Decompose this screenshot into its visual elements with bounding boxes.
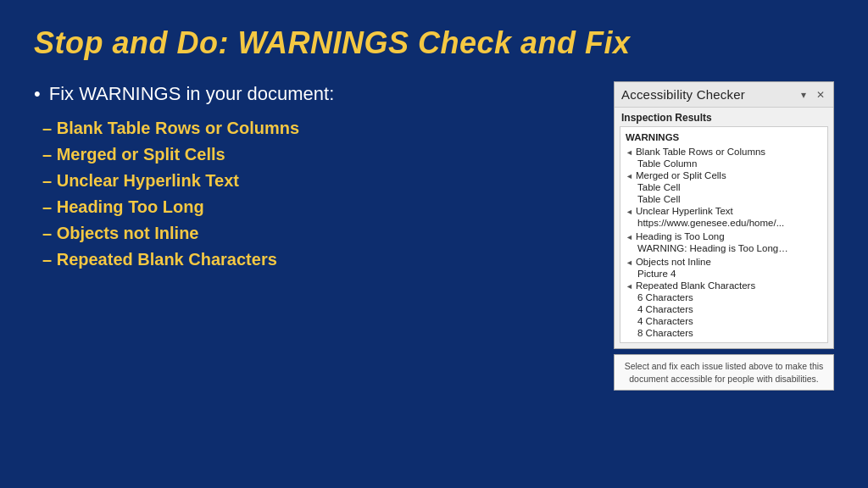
tree-item-heading[interactable]: ◄ Heading is Too Long <box>620 230 827 242</box>
arrow-icon-4: ◄ <box>626 233 633 241</box>
checker-title-bar: Accessibility Checker ▾ ✕ <box>615 82 833 108</box>
checker-inner: WARNINGS ◄ Blank Table Rows or Columns T… <box>620 126 828 343</box>
sub-item-3: Unclear Hyperlink Text <box>42 168 597 194</box>
checker-title-text: Accessibility Checker <box>621 87 745 102</box>
tree-child-chars-2[interactable]: 4 Characters <box>620 303 827 315</box>
tree-item-merged[interactable]: ◄ Merged or Split Cells <box>620 169 827 181</box>
close-button[interactable]: ✕ <box>815 89 826 101</box>
main-bullet-text: Fix WARNINGS in your document: <box>49 81 335 107</box>
sub-item-4: Heading Too Long <box>42 194 597 220</box>
tree-item-objects[interactable]: ◄ Objects not Inline <box>620 256 827 268</box>
tree-child-chars-4[interactable]: 8 Characters <box>620 327 827 339</box>
checker-panel: Accessibility Checker ▾ ✕ Inspection Res… <box>614 81 834 349</box>
slide-title: Stop and Do: WARNINGS Check and Fix <box>34 25 834 61</box>
sub-item-2: Merged or Split Cells <box>42 141 597 168</box>
tree-child-chars-3[interactable]: 4 Characters <box>620 315 827 327</box>
arrow-icon-1: ◄ <box>626 148 633 157</box>
panel-wrapper: Accessibility Checker ▾ ✕ Inspection Res… <box>614 81 834 391</box>
sub-item-6: Repeated Blank Characters <box>42 247 597 273</box>
tree-label-2: Merged or Split Cells <box>636 170 726 180</box>
hyperlink-url: https://www.genesee.edu/home/... <box>637 218 784 228</box>
slide: Stop and Do: WARNINGS Check and Fix • Fi… <box>0 0 868 488</box>
bottom-panel-text: Select and fix each issue listed above t… <box>625 361 824 384</box>
tree-child-merged-2[interactable]: Table Cell <box>620 193 827 205</box>
content-area: • Fix WARNINGS in your document: Blank T… <box>34 81 834 391</box>
tree-label-6: Repeated Blank Characters <box>636 280 755 291</box>
checker-inner-wrap: WARNINGS ◄ Blank Table Rows or Columns T… <box>615 126 833 348</box>
arrow-icon-6: ◄ <box>626 282 633 291</box>
arrow-icon-3: ◄ <box>626 208 633 216</box>
sub-item-1: Blank Table Rows or Columns <box>42 115 597 141</box>
tree-child-chars-1[interactable]: 6 Characters <box>620 291 827 303</box>
tree-item-blank-table[interactable]: ◄ Blank Table Rows or Columns <box>620 146 827 158</box>
arrow-icon-2: ◄ <box>626 172 633 180</box>
tree-item-blank-chars[interactable]: ◄ Repeated Blank Characters <box>620 280 827 291</box>
tree-child-blank-table-1[interactable]: Table Column <box>620 158 827 169</box>
tree-label-1: Blank Table Rows or Columns <box>636 147 765 157</box>
arrow-icon-5: ◄ <box>626 258 633 267</box>
heading-warning: WARNING: Heading is Too Long… <box>637 243 788 253</box>
tree-label-5: Objects not Inline <box>636 257 711 267</box>
bullet-list: • Fix WARNINGS in your document: Blank T… <box>34 81 597 273</box>
tree-label-3: Unclear Hyperlink Text <box>636 206 733 216</box>
checker-title-controls: ▾ ✕ <box>798 89 826 101</box>
tree-child-merged-1[interactable]: Table Cell <box>620 181 827 193</box>
warnings-header: WARNINGS <box>620 130 827 146</box>
tree-child-hyperlink-1[interactable]: https://www.genesee.edu/home/... <box>620 217 827 230</box>
bottom-panel: Select and fix each issue listed above t… <box>614 354 834 391</box>
dropdown-button[interactable]: ▾ <box>798 89 810 101</box>
tree-child-objects-1[interactable]: Picture 4 <box>620 268 827 280</box>
tree-child-heading-1[interactable]: WARNING: Heading is Too Long… <box>620 242 827 256</box>
tree-label-4: Heading is Too Long <box>636 231 725 241</box>
tree-item-hyperlink[interactable]: ◄ Unclear Hyperlink Text <box>620 205 827 217</box>
bullet-dot: • <box>34 83 41 105</box>
inspection-results-label: Inspection Results <box>615 108 833 126</box>
sub-list: Blank Table Rows or Columns Merged or Sp… <box>42 115 597 273</box>
main-bullet: • Fix WARNINGS in your document: <box>34 81 597 107</box>
sub-item-5: Objects not Inline <box>42 220 597 247</box>
